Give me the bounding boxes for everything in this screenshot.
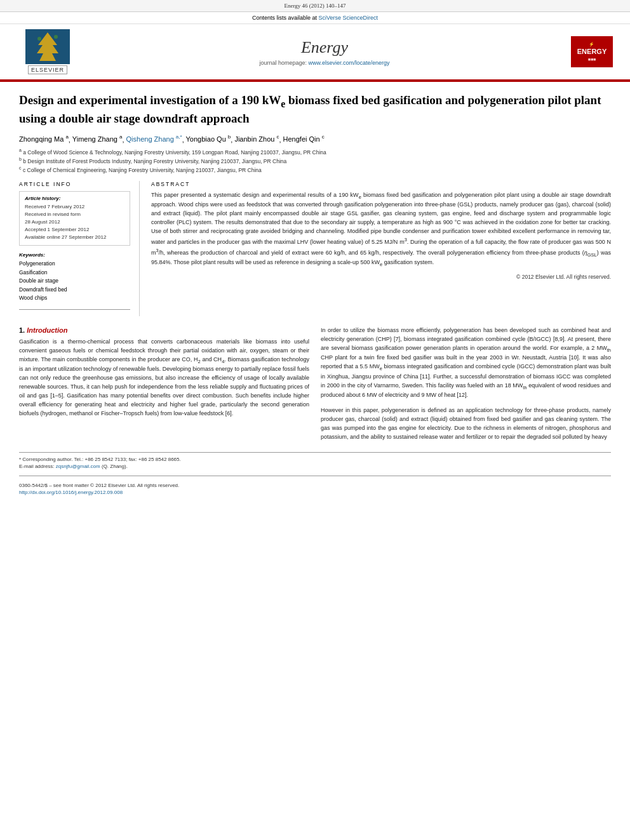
corresponding-author-note: * Corresponding author. Tel.: +86 25 854… [19,457,611,462]
author-5: Jianbin Zhou c [234,135,279,143]
article-info-header: ARTICLE INFO [19,181,130,187]
article-body-top: ARTICLE INFO Article history: Received 7… [19,181,611,316]
keyword-4: Downdraft fixed bed [19,286,130,295]
intro-right: In order to utilize the biomass more eff… [321,326,611,442]
author-3: Qisheng Zhang a,* [126,135,182,143]
abstract-text: This paper presented a systematic design… [151,191,611,269]
section-1-title: 1. Introduction [19,326,309,334]
copyright-line: © 2012 Elsevier Ltd. All rights reserved… [151,274,611,280]
footer-divider [19,476,611,476]
right-column: ABSTRACT This paper presented a systemat… [151,181,611,316]
doi-link[interactable]: http://dx.doi.org/10.1016/j.energy.2012.… [19,490,611,495]
email-note: E-mail address: zqsnjfu@gmail.com (Q. Zh… [19,463,611,469]
author-2: Yimeng Zhang a [72,135,123,143]
keyword-1: Polygeneration [19,260,130,269]
page-footer: * Corresponding author. Tel.: +86 25 854… [19,452,611,495]
affil-2: b b Design Institute of Forest Products … [19,157,611,164]
intro-left-text: Gasification is a thermo-chemical proces… [19,338,309,418]
keyword-2: Gasification [19,269,130,277]
elsevier-tree-icon [25,29,70,64]
author-email[interactable]: zqsnjfu@gmail.com [56,463,100,469]
revised-date: Received in revised form28 August 2012 [25,211,124,226]
energy-badge: ⚡ ENERGY ■■■ [571,36,613,67]
keyword-5: Wood chips [19,294,130,303]
issn-line: 0360-5442/$ – see front matter © 2012 El… [19,483,611,488]
author-6: Hengfei Qin c [283,135,325,143]
elsevier-wordmark: ELSEVIER [28,65,67,74]
left-divider [19,309,130,310]
intro-right-text-2: However in this paper, polygeneration is… [321,406,611,442]
homepage-url[interactable]: www.elsevier.com/locate/energy [309,60,390,66]
banner-text: Contents lists available at [252,15,317,21]
accepted-date: Accepted 1 September 2012 [25,226,124,234]
author-1: Zhongqing Ma a [19,135,69,143]
authors: Zhongqing Ma a, Yimeng Zhang a, Qisheng … [19,135,611,143]
keywords-box: Keywords: Polygeneration Gasification Do… [19,252,130,303]
svg-point-3 [54,35,58,39]
intro-left: 1. Introduction Gasification is a thermo… [19,326,309,442]
journal-logo-right: ⚡ ENERGY ■■■ [566,36,617,67]
elsevier-logo-area: ELSEVIER [13,29,83,74]
intro-right-text-1: In order to utilize the biomass more eff… [321,326,611,400]
keyword-3: Double air stage [19,277,130,286]
citation-banner: Energy 46 (2012) 140–147 [0,0,630,12]
sciverse-banner: Contents lists available at SciVerse Sci… [0,12,630,24]
author-4: Yongbiao Qu b [186,135,231,143]
homepage-label: journal homepage: www.elsevier.com/locat… [83,60,566,66]
abstract-header: ABSTRACT [151,181,611,187]
affil-1: a a College of Wood Science & Technology… [19,148,611,156]
sciverse-link[interactable]: SciVerse ScienceDirect [319,15,379,21]
affil-3: c c College of Chemical Engineering, Nan… [19,166,611,173]
history-title: Article history: [25,196,124,201]
journal-header: ELSEVIER Energy journal homepage: www.el… [0,24,630,81]
affiliations: a a College of Wood Science & Technology… [19,148,611,173]
available-date: Available online 27 September 2012 [25,234,124,241]
introduction-section: 1. Introduction Gasification is a thermo… [19,326,611,442]
keywords-title: Keywords: [19,252,130,258]
main-content: Design and experimental investigation of… [0,82,630,503]
svg-point-2 [37,37,41,41]
citation-text: Energy 46 (2012) 140–147 [284,3,345,9]
left-column: ARTICLE INFO Article history: Received 7… [19,181,140,316]
article-info-box: Article history: Received 7 February 201… [19,191,130,246]
article-title: Design and experimental investigation of… [19,92,611,127]
journal-name: Energy [83,38,566,57]
journal-title-area: Energy journal homepage: www.elsevier.co… [83,38,566,66]
received-date: Received 7 February 2012 [25,203,124,211]
